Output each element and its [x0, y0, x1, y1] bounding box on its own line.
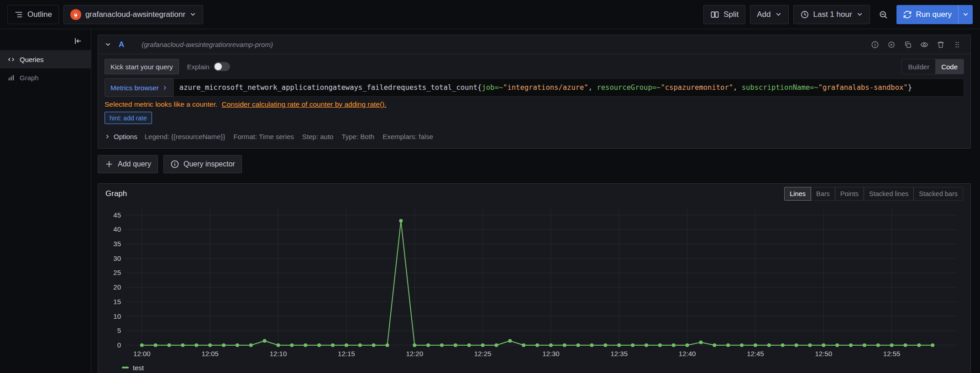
add-label: Add — [757, 10, 770, 19]
option-summary-item: Format: Time series — [234, 133, 294, 140]
copy-icon — [904, 41, 912, 49]
options-summary: Legend: {{resourceName}}Format: Time ser… — [145, 133, 433, 140]
record-circle-icon — [887, 41, 896, 49]
options-label: Options — [114, 133, 137, 140]
query-inspector-label: Query inspector — [183, 160, 235, 168]
run-query-interval-dropdown[interactable] — [958, 5, 973, 24]
svg-text:15: 15 — [113, 298, 121, 306]
option-summary-item: Exemplars: false — [383, 133, 433, 140]
svg-text:12:35: 12:35 — [610, 350, 628, 357]
explore-main: A (grafanacloud-awsintegrationrevamp-pro… — [91, 29, 980, 373]
graph-style-switcher: Lines Bars Points Stacked lines Stacked … — [784, 187, 963, 201]
search-minus-icon — [879, 10, 888, 19]
split-icon — [710, 10, 719, 19]
chevron-right-icon — [162, 85, 168, 91]
legend-item-test[interactable]: test — [98, 363, 970, 373]
query-editor-body: Kick start your query Explain Builder Co… — [98, 54, 970, 148]
chevron-down-icon — [775, 11, 782, 18]
time-range-picker[interactable]: Last 1 hour — [793, 5, 870, 24]
graph-mode-stacked-bars[interactable]: Stacked bars — [913, 187, 963, 201]
disable-query-button[interactable] — [917, 38, 931, 52]
collapse-sidebar-button[interactable] — [69, 34, 86, 48]
prometheus-icon — [70, 9, 81, 20]
svg-text:30: 30 — [113, 254, 121, 262]
chevron-down-icon[interactable] — [105, 41, 111, 48]
drag-query-handle[interactable] — [950, 38, 964, 52]
graph-canvas[interactable]: 05101520253035404512:0012:0512:1012:1512… — [102, 204, 964, 363]
query-datasource-name: (grafanacloud-awsintegrationrevamp-prom) — [141, 41, 273, 48]
svg-text:5: 5 — [117, 326, 121, 334]
options-collapsible-header[interactable]: Options — [105, 133, 137, 140]
zoom-out-time-button[interactable] — [875, 5, 892, 24]
option-summary-item: Type: Both — [341, 133, 374, 140]
sidebar-item-label: Graph — [20, 74, 39, 82]
duplicate-query-button[interactable] — [901, 38, 915, 52]
run-query-label: Run query — [916, 10, 952, 19]
info-circle-icon — [170, 160, 179, 169]
svg-text:12:45: 12:45 — [747, 350, 764, 357]
svg-text:12:10: 12:10 — [270, 350, 287, 357]
svg-text:0: 0 — [117, 341, 121, 349]
query-inspector-button[interactable]: Query inspector — [163, 155, 242, 173]
query-row-header[interactable]: A (grafanacloud-awsintegrationrevamp-pro… — [98, 35, 970, 54]
graph-panel-title: Graph — [105, 189, 127, 198]
query-options-row: Options Legend: {{resourceName}}Format: … — [105, 130, 964, 143]
chevron-down-icon — [189, 11, 196, 18]
query-toolbar-row: Kick start your query Explain Builder Co… — [105, 59, 964, 74]
chevron-down-icon — [962, 11, 969, 18]
query-expression-input[interactable]: azure_microsoft_network_applicationgatew… — [173, 78, 964, 97]
svg-text:12:50: 12:50 — [815, 350, 833, 357]
svg-text:10: 10 — [113, 312, 121, 320]
sidebar-header — [0, 32, 91, 50]
warning-text: Selected metric looks like a counter. — [105, 100, 217, 108]
query-header-actions — [868, 38, 964, 52]
code-mode-button[interactable]: Code — [935, 59, 964, 74]
query-expression-row: Metrics browser azure_microsoft_network_… — [105, 78, 964, 97]
run-query-split-button: Run query — [896, 5, 973, 24]
svg-text:45: 45 — [113, 211, 121, 219]
code-icon — [7, 56, 15, 63]
datasource-picker[interactable]: grafanacloud-awsintegrationr — [63, 5, 203, 24]
split-button[interactable]: Split — [703, 5, 745, 24]
sidebar-item-queries[interactable]: Queries — [0, 50, 91, 68]
svg-text:12:30: 12:30 — [542, 350, 560, 357]
graph-panel-header: Graph Lines Bars Points Stacked lines St… — [98, 184, 970, 204]
svg-text:12:15: 12:15 — [338, 350, 355, 357]
refresh-icon — [903, 10, 912, 19]
svg-text:35: 35 — [113, 240, 121, 248]
hint-add-rate-button[interactable]: hint: add rate — [105, 112, 152, 124]
builder-mode-button[interactable]: Builder — [902, 59, 935, 74]
counter-warning: Selected metric looks like a counter. Co… — [105, 100, 964, 109]
query-actions-row: Add query Query inspector — [98, 155, 971, 173]
svg-text:25: 25 — [113, 269, 121, 276]
option-summary-item: Legend: {{resourceName}} — [145, 133, 225, 140]
plus-icon — [105, 160, 114, 169]
graph-mode-stacked-lines[interactable]: Stacked lines — [864, 187, 914, 201]
drag-handle-icon — [953, 41, 961, 49]
info-circle-icon — [871, 41, 879, 49]
metrics-browser-button[interactable]: Metrics browser — [105, 78, 173, 97]
remove-query-button[interactable] — [934, 38, 948, 52]
add-dropdown-button[interactable]: Add — [750, 5, 788, 24]
run-query-button[interactable]: Run query — [896, 5, 958, 24]
graph-mode-lines[interactable]: Lines — [784, 187, 811, 201]
sidebar-item-graph[interactable]: Graph — [0, 68, 91, 87]
svg-text:40: 40 — [113, 225, 121, 233]
warning-action-link[interactable]: Consider calculating rate of counter by … — [222, 100, 387, 108]
query-ref-id: A — [119, 40, 124, 49]
graph-panel: Graph Lines Bars Points Stacked lines St… — [98, 183, 971, 373]
chevron-down-icon — [856, 11, 863, 18]
time-range-label: Last 1 hour — [813, 10, 852, 19]
topbar-left: Outline grafanacloud-awsintegrationr — [7, 5, 203, 24]
add-query-button[interactable]: Add query — [98, 155, 158, 173]
kick-start-query-button[interactable]: Kick start your query — [105, 59, 179, 74]
graph-mode-bars[interactable]: Bars — [811, 187, 835, 201]
chevron-right-icon — [105, 134, 110, 140]
query-history-button[interactable] — [885, 38, 898, 52]
query-label-matchers: {job=~"integrations/azure", resourceGrou… — [477, 83, 912, 92]
query-help-button[interactable] — [868, 38, 882, 52]
graph-mode-points[interactable]: Points — [835, 187, 864, 201]
explain-toggle[interactable] — [214, 62, 230, 71]
query-metric-name: azure_microsoft_network_applicationgatew… — [179, 83, 477, 92]
outline-button[interactable]: Outline — [7, 5, 59, 24]
